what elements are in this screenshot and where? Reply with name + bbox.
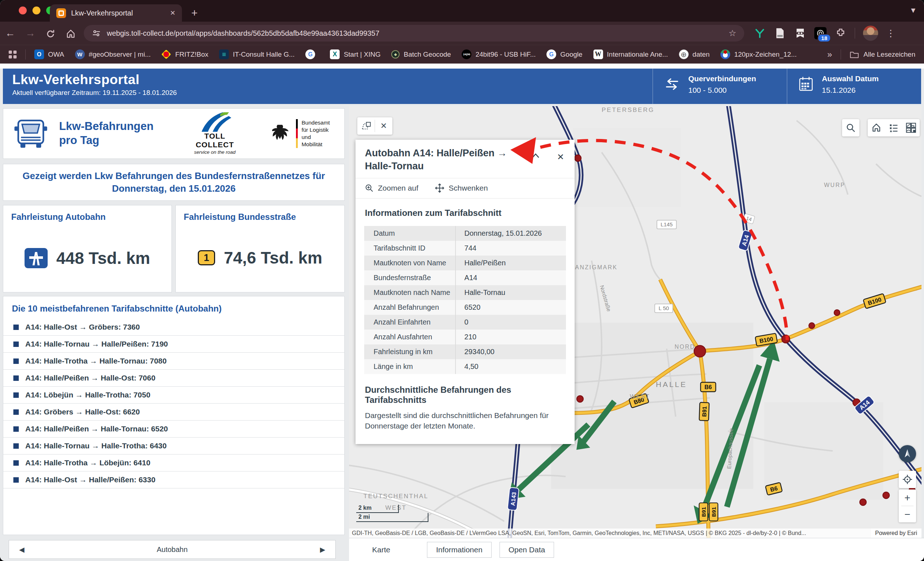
list-item-label: A14: Halle-Ost → Halle/Peißen: 6330 <box>25 476 156 484</box>
browser-tab[interactable]: Lkw-Verkehrsportal ✕ <box>50 4 182 22</box>
tab-close-icon[interactable]: ✕ <box>170 9 176 17</box>
toll-collect-tagline: service on the road <box>185 150 245 155</box>
pan-action[interactable]: Schwenken <box>435 183 488 193</box>
auswahl-datum-link[interactable]: Auswahl Datum 15.1.2026 <box>787 69 921 104</box>
list-item[interactable]: A14: Halle-Tornau → Halle-Trotha: 6430 <box>3 438 344 454</box>
list-item[interactable]: A14: Halle-Trotha → Halle-Tornau: 7080 <box>3 353 344 370</box>
table-row: Mautknoten von Name Halle/Peißen <box>364 256 566 270</box>
stat-bundesstrasse-value: 74,6 Tsd. km <box>224 248 322 267</box>
extension-privacy-icon[interactable] <box>794 27 806 39</box>
bookmark-item[interactable]: 120px-Zeichen_12... <box>720 50 796 59</box>
home-button[interactable] <box>61 27 81 39</box>
dashboards-favicon-icon <box>56 8 66 18</box>
macos-minimize-button[interactable] <box>33 6 40 15</box>
tab-title: Lkw-Verkehrsportal <box>71 9 165 17</box>
window-chevron-icon[interactable]: ▾ <box>911 5 915 15</box>
chrome-menu-icon[interactable]: ⋮ <box>886 28 896 39</box>
macos-close-button[interactable] <box>19 6 27 15</box>
locate-button[interactable] <box>899 471 916 488</box>
popup-section2-title: Durchschnittliche Befahrungen des Tarifa… <box>365 385 565 405</box>
list-item[interactable]: A14: Halle-Ost → Gröbers: 7360 <box>3 319 344 336</box>
bookmark-favicon-icon <box>330 50 340 59</box>
bookmark-item[interactable]: Start | XING <box>330 50 380 59</box>
logo-card: Lkw-Befahrungen pro Tag TOLL COLLECT ser… <box>3 108 345 159</box>
search-button[interactable] <box>842 119 860 136</box>
zoom-to-action[interactable]: Zoomen auf <box>365 184 418 192</box>
bookmark-item[interactable]: #geoObserver | mi... <box>75 50 151 59</box>
svg-text:WEST: WEST <box>630 393 650 400</box>
profile-avatar[interactable] <box>863 26 878 41</box>
list-item[interactable]: A14: Halle-Tornau → Halle/Peißen: 7190 <box>3 336 344 353</box>
pager-prev-icon[interactable]: ◀ <box>9 546 34 554</box>
bookmark-label: OWA <box>48 51 64 58</box>
bookmark-item[interactable]: Google <box>546 50 582 59</box>
row-label: Anzahl Befahrungen <box>364 303 455 312</box>
list-item-label: A14: Halle-Tornau → Halle/Peißen: 7190 <box>25 340 168 348</box>
bookmark-item[interactable]: Internationale Ane... <box>593 50 668 59</box>
row-value: 0 <box>455 315 566 330</box>
home-extent-button[interactable] <box>868 119 885 136</box>
bookmark-item[interactable]: FRITZ!Box <box>161 50 208 59</box>
chevron-up-icon <box>531 152 540 159</box>
extensions-puzzle-icon[interactable] <box>834 27 847 39</box>
table-row: Bundesfernstraße A14 <box>364 270 566 285</box>
address-bar[interactable]: webgis.toll-collect.de/portal/apps/dashb… <box>84 25 744 42</box>
browser-window: Lkw-Verkehrsportal ✕ + ▾ ← → webgis.toll… <box>0 0 924 561</box>
list-item[interactable]: A14: Löbejün → Halle-Trotha: 7050 <box>3 387 344 404</box>
tab-open-data[interactable]: Open Data <box>500 542 554 558</box>
reload-button[interactable] <box>40 27 61 39</box>
svg-text:B91: B91 <box>700 507 707 517</box>
bookmark-item[interactable]: 24bit96 - USB HiF... <box>462 50 536 59</box>
scale-bar: 2 km 2 mi <box>356 505 428 522</box>
table-row: Länge in km 4,50 <box>364 359 566 374</box>
bookmark-item[interactable]: IT-Consult Halle G... <box>219 50 294 59</box>
folder-icon <box>850 51 859 58</box>
lasso-select-button[interactable] <box>357 117 375 135</box>
querverbindungen-value: 100 - 5.000 <box>688 86 756 94</box>
zoom-out-button[interactable]: − <box>899 506 916 522</box>
bookmark-star-icon[interactable]: ☆ <box>728 28 736 38</box>
bookmark-item[interactable]: Batch Geocode <box>391 50 451 58</box>
compass-button[interactable] <box>899 445 916 462</box>
tab-informationen[interactable]: Informationen <box>427 542 491 558</box>
new-tab-button[interactable]: + <box>191 5 198 21</box>
bookmarks-separator-2 <box>841 50 841 60</box>
forward-button[interactable]: → <box>20 27 40 39</box>
list-item[interactable]: A14: Halle/Peißen → Halle-Ost: 7060 <box>3 370 344 387</box>
tab-karte[interactable]: Karte <box>363 542 399 557</box>
top10-card: Die 10 meistbefahrenen Tarifabschnitte (… <box>3 296 345 535</box>
row-value: 210 <box>455 330 566 344</box>
locate-icon <box>902 474 912 484</box>
list-item[interactable]: A14: Halle-Ost → Halle/Peißen: 6330 <box>3 471 344 489</box>
popup-close-icon[interactable]: ✕ <box>557 152 564 162</box>
basemap-gallery-button[interactable] <box>902 119 920 136</box>
bookmark-label: Internationale Ane... <box>607 51 668 58</box>
clear-selection-button[interactable]: ✕ <box>375 117 392 135</box>
back-button[interactable]: ← <box>0 27 20 39</box>
list-item-label: A14: Halle/Peißen → Halle-Ost: 7060 <box>25 374 156 382</box>
segment-bullet-icon <box>14 426 19 432</box>
list-item-label: A14: Gröbers → Halle-Ost: 6620 <box>25 408 140 416</box>
apps-grid-icon[interactable] <box>9 51 16 58</box>
list-item[interactable]: A14: Halle-Trotha → Löbejün: 6410 <box>3 454 344 471</box>
bookmarks-overflow-icon[interactable]: » <box>827 50 832 60</box>
bookmark-item[interactable] <box>305 50 319 59</box>
bookmark-item[interactable]: OWA <box>34 50 64 59</box>
popup-collapse-button[interactable] <box>531 152 540 160</box>
all-bookmarks-button[interactable]: Alle Lesezeichen <box>850 51 915 58</box>
all-bookmarks-label: Alle Lesezeichen <box>863 51 915 58</box>
extension-camera-icon[interactable]: 18 <box>814 27 826 39</box>
zoom-in-button[interactable]: + <box>899 489 916 506</box>
extension-green-icon[interactable] <box>754 27 766 39</box>
card-title: Lkw-Befahrungen pro Tag <box>59 120 174 148</box>
pager-next-icon[interactable]: ▶ <box>310 546 335 554</box>
list-item[interactable]: A14: Halle/Peißen → Halle-Tornau: 6520 <box>3 421 344 438</box>
site-settings-icon[interactable] <box>92 28 101 38</box>
legend-button[interactable] <box>885 119 902 136</box>
scale-mi: 2 mi <box>356 513 428 522</box>
bookmark-item[interactable]: daten <box>679 50 710 59</box>
extension-document-icon[interactable] <box>774 27 786 39</box>
querverbindungen-link[interactable]: Querverbindungen 100 - 5.000 <box>652 69 787 104</box>
svg-text:B91: B91 <box>701 406 707 417</box>
list-item[interactable]: A14: Gröbers → Halle-Ost: 6620 <box>3 404 344 421</box>
